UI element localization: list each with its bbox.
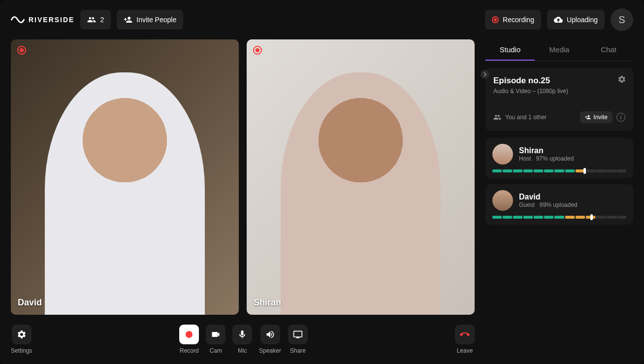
- share-button[interactable]: [288, 325, 308, 344]
- hang-up-icon: [460, 330, 470, 339]
- cloud-upload-icon: [554, 15, 563, 24]
- episode-settings-button[interactable]: [617, 75, 626, 86]
- logo: RIVERSIDE: [11, 13, 74, 27]
- progress-segment: [576, 216, 585, 219]
- app-frame: RIVERSIDE 2 Invite People Recording Uplo…: [0, 0, 644, 364]
- progress-segment: [534, 216, 543, 219]
- participant-name: Shiran: [519, 146, 574, 155]
- user-initial: S: [618, 14, 625, 26]
- participant-card[interactable]: David Guest 89% uploaded: [485, 184, 633, 225]
- participant-upload: 89% uploaded: [540, 201, 578, 208]
- progress-segment: [513, 216, 522, 219]
- progress-segment: [565, 216, 575, 219]
- share-label: Share: [290, 347, 306, 354]
- invite-label: Invite: [593, 114, 608, 121]
- progress-segment: [596, 169, 606, 172]
- cam-button[interactable]: [206, 325, 225, 344]
- video-grid: David Shiran: [11, 39, 475, 315]
- progress-segment: [523, 169, 533, 172]
- record-indicator-icon: [492, 16, 499, 23]
- participant-count: 2: [100, 16, 104, 24]
- camera-icon: [211, 330, 221, 339]
- episode-card: Episode no.25 Audio & Video – (1080p liv…: [485, 68, 633, 131]
- progress-segment: [586, 169, 595, 172]
- collapse-sidebar-button[interactable]: [481, 70, 489, 79]
- record-button[interactable]: [179, 325, 199, 344]
- progress-segment: [554, 169, 564, 172]
- progress-segment: [617, 216, 626, 219]
- uploading-status: Uploading: [547, 10, 605, 30]
- mic-label: Mic: [238, 347, 247, 354]
- progress-segment: [534, 169, 543, 172]
- invite-people-button[interactable]: Invite People: [117, 10, 183, 30]
- invite-people-label: Invite People: [136, 16, 176, 24]
- upload-progress: [492, 169, 626, 172]
- episode-title: Episode no.25: [493, 76, 625, 86]
- svg-point-3: [256, 48, 259, 52]
- participant-upload: 97% uploaded: [536, 155, 574, 162]
- recording-status: Recording: [485, 10, 541, 30]
- person-add-icon: [585, 114, 591, 120]
- participants-list: Shiran Host 97% uploaded David Guest 89%…: [485, 138, 633, 231]
- participant-avatar: [492, 190, 513, 211]
- controls-bar: Settings Record Cam: [11, 325, 475, 354]
- upload-progress: [492, 216, 626, 219]
- mic-button[interactable]: [232, 325, 252, 344]
- stage: David Shiran Settings: [11, 39, 475, 354]
- invite-button[interactable]: Invite: [580, 111, 612, 123]
- record-label: Record: [180, 347, 199, 354]
- participant-card[interactable]: Shiran Host 97% uploaded: [485, 138, 633, 178]
- participant-avatar: [492, 144, 513, 165]
- episode-subtitle: Audio & Video – (1080p live): [493, 88, 625, 95]
- settings-button[interactable]: [12, 325, 32, 344]
- progress-segment: [607, 216, 616, 219]
- video-tile-name: David: [18, 298, 42, 308]
- speaker-icon: [265, 330, 275, 339]
- info-button[interactable]: i: [616, 113, 625, 122]
- leave-button[interactable]: [455, 325, 475, 344]
- progress-segment: [492, 216, 502, 219]
- participant-role: Guest: [519, 201, 535, 208]
- gear-icon: [17, 330, 27, 339]
- user-avatar[interactable]: S: [611, 8, 633, 31]
- progress-handle: [583, 168, 586, 174]
- progress-segment: [513, 169, 522, 172]
- people-icon: [493, 113, 501, 121]
- progress-segment: [617, 169, 626, 172]
- speaker-label: Speaker: [259, 347, 281, 354]
- participant-count-pill[interactable]: 2: [80, 10, 111, 30]
- video-tile-name: Shiran: [254, 298, 281, 308]
- people-icon: [87, 15, 96, 24]
- recording-label: Recording: [503, 16, 534, 24]
- svg-point-1: [20, 48, 24, 52]
- progress-handle: [590, 214, 593, 220]
- participant-role: Host: [519, 155, 531, 162]
- progress-segment: [503, 216, 512, 219]
- person-silhouette: [281, 72, 440, 315]
- mic-icon: [237, 330, 247, 339]
- record-indicator-icon: [17, 45, 27, 55]
- progress-segment: [523, 216, 533, 219]
- person-silhouette: [45, 72, 204, 315]
- header: RIVERSIDE 2 Invite People Recording Uplo…: [0, 0, 644, 39]
- tab-chat[interactable]: Chat: [584, 39, 633, 61]
- sidebar-tabs: Studio Media Chat: [485, 39, 633, 61]
- video-tile[interactable]: David: [11, 39, 239, 315]
- leave-label: Leave: [457, 347, 473, 354]
- progress-segment: [503, 169, 512, 172]
- brand-text: RIVERSIDE: [29, 16, 74, 24]
- cam-label: Cam: [210, 347, 222, 354]
- settings-label: Settings: [11, 347, 32, 354]
- record-indicator-icon: [253, 45, 262, 55]
- progress-segment: [565, 169, 575, 172]
- progress-segment: [554, 216, 564, 219]
- wave-icon: [11, 13, 25, 27]
- speaker-button[interactable]: [260, 325, 280, 344]
- person-add-icon: [124, 15, 132, 24]
- presence-text: You and 1 other: [505, 114, 547, 121]
- tab-studio[interactable]: Studio: [485, 39, 535, 61]
- record-dot-icon: [186, 331, 193, 338]
- tab-media[interactable]: Media: [535, 39, 584, 61]
- video-tile[interactable]: Shiran: [247, 39, 475, 315]
- screen-share-icon: [293, 330, 303, 339]
